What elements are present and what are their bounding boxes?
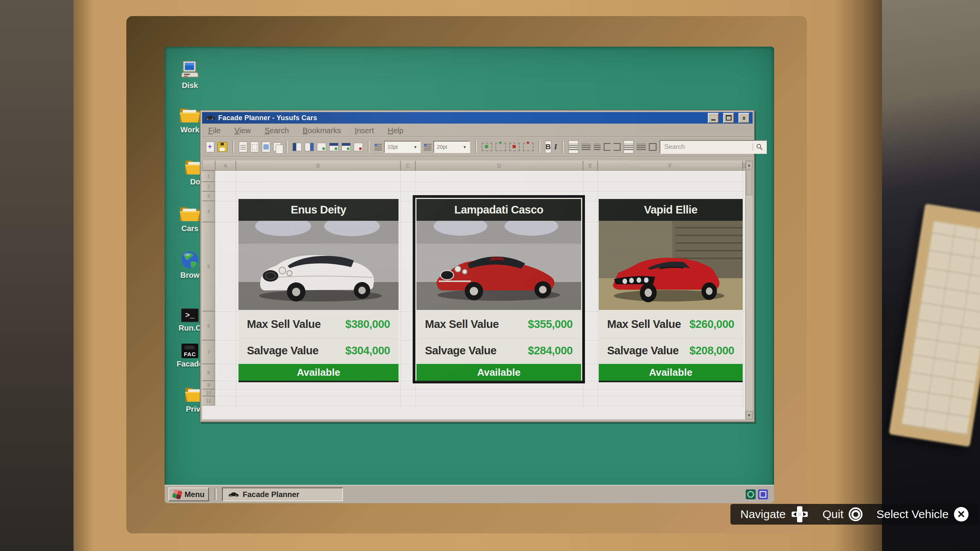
vertical-scrollbar[interactable]: ▲ ▼: [745, 161, 753, 419]
computer-icon: [171, 58, 209, 80]
vehicle-name: Lampadati Casco: [416, 199, 581, 221]
menu-view[interactable]: View: [234, 126, 251, 135]
window-titlebar[interactable]: Facade Planner - Yusufs Cars x: [202, 112, 753, 124]
row-header: 2: [202, 182, 215, 191]
column-header: A: [215, 161, 236, 171]
font-size-combo[interactable]: 10pt▼: [374, 141, 421, 153]
os-logo-icon: [172, 489, 183, 500]
record-button[interactable]: [354, 141, 363, 153]
align-left-button[interactable]: [581, 141, 591, 153]
grid-line: [400, 171, 401, 408]
line-spacing-button[interactable]: [637, 141, 646, 153]
grid-line: [583, 171, 583, 408]
new-document-button[interactable]: [206, 141, 214, 153]
toolbar-separator: [232, 141, 234, 153]
insert-image-button[interactable]: [262, 141, 270, 153]
justify-button[interactable]: [568, 140, 578, 153]
vehicle-card-enus-deity[interactable]: Enus Deity: [238, 199, 399, 380]
copy-button[interactable]: [273, 141, 281, 153]
wrap-text-button[interactable]: [624, 140, 634, 153]
borders-button[interactable]: [649, 141, 657, 153]
tray-status-icon[interactable]: [746, 489, 756, 499]
tray-network-icon[interactable]: [758, 489, 768, 499]
facade-planner-window: Facade Planner - Yusufs Cars x File View…: [200, 110, 755, 422]
menu-search[interactable]: Search: [265, 126, 289, 135]
menu-bookmarks[interactable]: Bookmarks: [303, 126, 341, 135]
scene: Disk Work Do Cars Brow >_ Run.C FAC Faca…: [0, 0, 980, 551]
header-add-button[interactable]: [329, 141, 338, 153]
maximize-icon: [726, 115, 732, 121]
scrollbar-thumb[interactable]: [746, 170, 752, 195]
facade-glyph: FAC: [181, 344, 198, 358]
delete-row-above-button[interactable]: [523, 141, 534, 153]
delete-row-button[interactable]: [509, 141, 520, 153]
desktop-icon-label: Disk: [171, 81, 209, 90]
circle-button-icon: [849, 507, 862, 521]
chevron-down-icon: ▼: [463, 145, 467, 149]
zoom-size-combo[interactable]: 20pt▼: [424, 141, 470, 153]
indent-right-button[interactable]: [614, 141, 621, 153]
menu-help[interactable]: Help: [388, 126, 403, 135]
document-dotted-button[interactable]: [250, 141, 259, 153]
menu-button-label: Menu: [185, 490, 204, 499]
row-header: 7: [202, 340, 215, 364]
column-header: E: [583, 161, 598, 171]
start-menu-button[interactable]: Menu: [168, 487, 209, 501]
document-lines-button[interactable]: [239, 141, 247, 153]
view-pane-right-button[interactable]: [305, 141, 314, 153]
desktop-icon-disk[interactable]: Disk: [171, 58, 209, 90]
task-button-label: Facade Planner: [243, 490, 299, 499]
search-input[interactable]: [663, 143, 750, 151]
max-sell-row: Max Sell Value $355,000: [416, 310, 581, 339]
menu-file[interactable]: File: [208, 126, 220, 135]
max-sell-label: Max Sell Value: [607, 318, 681, 331]
room-wall-left: [0, 0, 74, 551]
crt-screen: Disk Work Do Cars Brow >_ Run.C FAC Faca…: [165, 47, 774, 503]
grid-line: [743, 171, 743, 408]
view-pane-left-button[interactable]: [292, 141, 302, 153]
vehicle-card-vapid-ellie[interactable]: Vapid Ellie: [599, 199, 743, 380]
car-image-enus-deity: [238, 221, 399, 310]
salvage-label: Salvage Value: [425, 344, 497, 357]
salvage-row: Salvage Value $208,000: [599, 339, 743, 363]
font-size-value: 10pt: [387, 144, 398, 150]
max-sell-label: Max Sell Value: [247, 318, 321, 331]
scroll-up-arrow[interactable]: ▲: [746, 161, 753, 169]
taskbar-separator: [214, 489, 217, 500]
hint-select-vehicle: Select Vehicle ✕: [876, 507, 968, 522]
grid-line: [236, 171, 236, 408]
zoom-size-icon: [424, 143, 431, 150]
hint-label: Select Vehicle: [876, 508, 948, 521]
minimize-button[interactable]: [708, 113, 719, 123]
spreadsheet: A B C D E F G 1 2 3 4 5 6 7 8 9 10 11: [202, 161, 753, 419]
close-icon: x: [743, 115, 746, 121]
bold-button[interactable]: B: [545, 141, 551, 153]
grid-line: [215, 406, 746, 406]
header-insert-button[interactable]: [341, 141, 351, 153]
maximize-button[interactable]: [723, 113, 734, 123]
scroll-down-arrow[interactable]: ▼: [746, 411, 753, 419]
close-button[interactable]: x: [738, 113, 750, 123]
indent-left-button[interactable]: [604, 141, 611, 153]
search-box: [660, 140, 767, 154]
dpad-icon: [791, 505, 808, 523]
align-center-button[interactable]: [594, 141, 601, 153]
insert-row-above-button[interactable]: [495, 141, 506, 153]
row-header: 9: [202, 381, 215, 389]
hint-label: Quit: [822, 508, 843, 521]
grid-line: [215, 389, 746, 390]
salvage-label: Salvage Value: [247, 344, 318, 357]
menu-insert[interactable]: Insert: [355, 126, 374, 135]
toolbar-separator: [286, 141, 287, 153]
vehicle-card-lampadati-casco[interactable]: Lampadati Casco: [416, 199, 581, 380]
vehicle-name: Enus Deity: [238, 199, 399, 221]
zoom-size-value: 20pt: [437, 144, 447, 150]
table-add-button[interactable]: [317, 141, 326, 153]
save-button[interactable]: [217, 141, 227, 153]
taskbar: Menu Facade Planner: [165, 485, 774, 503]
grid-line: [598, 171, 598, 408]
car-image-vapid-ellie: [599, 221, 743, 310]
italic-button[interactable]: I: [554, 141, 557, 153]
taskbar-task-facade-planner[interactable]: Facade Planner: [222, 487, 343, 501]
insert-row-button[interactable]: [482, 141, 492, 153]
